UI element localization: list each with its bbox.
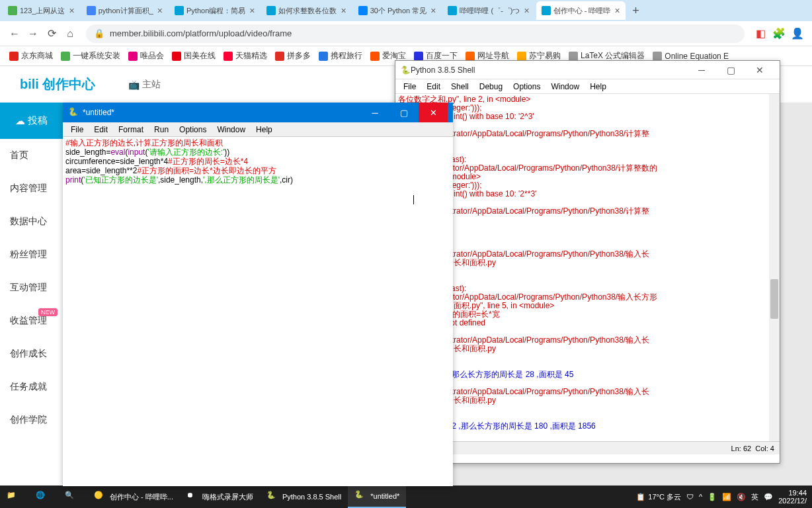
taskbar-item[interactable]: 📁 [0,486,29,508]
menu-options[interactable]: Options [174,124,212,136]
menu-debug[interactable]: Debug [474,81,508,93]
menu-edit[interactable]: Edit [421,81,446,93]
clock-date[interactable]: 2022/12/ [778,497,807,505]
ext-icon[interactable]: ◧ [751,24,770,43]
taskbar-item[interactable]: 🐍*untitled* [348,486,406,508]
sidebar-upload[interactable]: ☁投稿 [0,103,63,139]
tab-close-icon[interactable]: × [614,5,620,16]
bookmark-item[interactable]: 京东商城 [5,50,57,62]
menu-file[interactable]: File [398,81,421,93]
shell-output[interactable]: 各位数字之和.py", line 2, in <module>:(input('… [395,94,780,441]
editor-title: *untitled* [83,108,114,117]
sidebar-item[interactable]: 收益管理NEW [0,304,63,337]
profile-icon[interactable]: 👤 [788,24,807,43]
menu-shell[interactable]: Shell [446,81,474,93]
menu-help[interactable]: Help [585,81,612,93]
close-button[interactable]: ✕ [419,103,448,122]
maximize-button[interactable]: ▢ [389,103,419,122]
bookmark-item[interactable]: 唯品会 [124,50,168,62]
bookmark-item[interactable]: 携程旅行 [315,50,366,62]
taskbar-item[interactable]: 🟡创作中心 - 哔哩哔... [87,486,180,508]
shell-menu-bar: FileEditShellDebugOptionsWindowHelp [395,79,780,94]
taskbar-item[interactable]: 🐍Python 3.8.5 Shell [260,486,348,508]
sidebar-item[interactable]: 首页 [0,139,63,172]
menu-window[interactable]: Window [212,124,251,136]
extensions-icon[interactable]: 🧩 [770,24,788,43]
tab-close-icon[interactable]: × [69,5,74,16]
browser-tab[interactable]: Python编程：简易× [169,1,260,20]
shell-scrollbar[interactable] [769,94,780,441]
clock-time[interactable]: 19:44 [778,489,807,497]
browser-tab-strip: 123_上网从这×python计算面积_×Python编程：简易×如何求整数各位… [0,0,812,21]
menu-run[interactable]: Run [149,124,174,136]
maximize-button[interactable]: ▢ [716,61,745,79]
shell-status-bar: Ln: 62 Col: 4 [395,441,780,454]
bookmark-item[interactable]: 拼多多 [271,50,315,62]
minimize-button[interactable]: ─ [687,61,716,79]
editor-text-area[interactable]: #输入正方形的边长,计算正方形的周长和面积 side_length=eval(i… [63,137,453,468]
tab-close-icon[interactable]: × [249,5,255,16]
shell-title-bar[interactable]: 🐍 Python 3.8.5 Shell ─ ▢ ✕ [395,61,780,79]
sidebar-item[interactable]: 创作成长 [0,337,63,370]
minimize-button[interactable]: ─ [360,103,389,122]
tray-shield-icon[interactable]: 🛡 [686,493,694,501]
taskbar-item[interactable]: ⏺嗨格式录屏大师 [180,486,260,508]
idle-editor-window: 🐍 *untitled* ─ ▢ ✕ FileEditFormatRunOpti… [63,103,453,486]
url-text: member.bilibili.com/platform/upload/vide… [110,28,292,38]
sidebar-item[interactable]: 粉丝管理 [0,238,63,271]
tab-close-icon[interactable]: × [341,5,346,16]
bookmark-item[interactable]: 一键系统安装 [57,50,124,62]
sidebar-item[interactable]: 数据中心 [0,205,63,238]
editor-menu-bar: FileEditFormatRunOptionsWindowHelp [63,122,453,137]
scroll-thumb[interactable] [770,279,778,319]
menu-help[interactable]: Help [251,124,278,136]
ime-indicator[interactable]: 英 [751,492,758,502]
sidebar-item[interactable]: 任务成就 [0,370,63,403]
bookmark-item[interactable]: 天猫精选 [220,50,271,62]
tray-wifi-icon[interactable]: 📶 [722,493,731,501]
col-indicator: Col: 4 [755,444,774,452]
browser-tab[interactable]: 如何求整数各位数× [261,1,351,20]
home-button[interactable]: ⌂ [61,24,79,43]
browser-tab[interactable]: 30个 Python 常见× [353,1,442,20]
editor-title-bar[interactable]: 🐍 *untitled* ─ ▢ ✕ [63,103,453,122]
tray-up-icon[interactable]: ^ [699,493,702,501]
new-tab-button[interactable]: + [627,1,645,20]
browser-tab[interactable]: 创作中心 - 哔哩哔× [536,1,626,20]
taskbar-item[interactable]: 🔍 [58,486,87,508]
bookmark-item[interactable]: Online Equation E [649,52,733,61]
sidebar-item[interactable]: 创作学院 [0,403,63,437]
address-bar[interactable]: 🔒 member.bilibili.com/platform/upload/vi… [86,24,745,43]
tab-close-icon[interactable]: × [157,5,163,16]
tray-battery-icon[interactable]: 🔋 [708,493,717,501]
menu-file[interactable]: File [65,124,89,136]
sidebar-item[interactable]: 内容管理 [0,172,63,205]
new-badge: NEW [38,308,58,316]
close-button[interactable]: ✕ [745,61,774,79]
weather-widget[interactable]: 📋 17°C 多云 [636,492,681,502]
menu-window[interactable]: Window [546,81,585,93]
browser-tab[interactable]: 哔哩哔哩 (゜-゜)つ× [442,1,534,20]
tab-close-icon[interactable]: × [524,5,529,16]
menu-edit[interactable]: Edit [89,124,113,136]
tab-close-icon[interactable]: × [430,5,436,16]
menu-options[interactable]: Options [508,81,546,93]
back-button[interactable]: ← [5,24,24,43]
bili-sidebar: ☁投稿 首页内容管理数据中心粉丝管理互动管理收益管理NEW创作成长任务成就创作学… [0,103,63,499]
browser-tab[interactable]: 123_上网从这× [3,1,80,20]
bili-logo[interactable]: bili 创作中心 [20,75,95,93]
bili-zhuzan-link[interactable]: 📺主站 [128,79,161,91]
browser-tab[interactable]: python计算面积_× [81,1,168,20]
browser-toolbar: ← → ⟳ ⌂ 🔒 member.bilibili.com/platform/u… [0,21,812,46]
taskbar-item[interactable]: 🌐 [29,486,58,508]
python-icon: 🐍 [401,65,411,75]
shell-title: Python 3.8.5 Shell [411,65,475,75]
forward-button[interactable]: → [24,24,42,43]
reload-button[interactable]: ⟳ [42,24,61,43]
tray-notif-icon[interactable]: 💬 [764,493,773,501]
sidebar-item[interactable]: 互动管理 [0,271,63,304]
tray-volume-icon[interactable]: 🔇 [737,493,746,501]
system-tray: 📋 17°C 多云 🛡 ^ 🔋 📶 🔇 英 💬 19:44 2022/12/ [631,489,812,505]
bookmark-item[interactable]: 国美在线 [168,50,220,62]
menu-format[interactable]: Format [113,124,149,136]
